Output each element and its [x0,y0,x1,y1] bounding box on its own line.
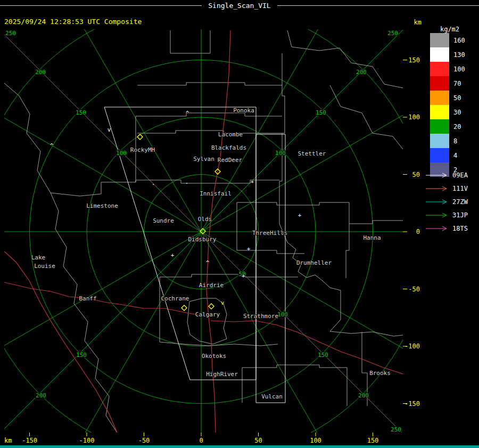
county-boundary-line [4,83,51,193]
range-label: 200 [356,69,367,76]
azimuth-line [0,13,201,232]
county-boundary-line [349,221,403,224]
range-label: 100 [277,311,288,318]
y-tick-label: 50 [412,171,420,178]
y-tick-label: -50 [408,286,420,293]
azimuth-line [47,232,201,448]
range-label: 200 [35,69,46,76]
scan-sector-outline [256,134,285,403]
range-label: 250 [387,30,398,37]
range-label: 100 [116,150,127,157]
city-label: Louise [34,263,55,270]
radar-id-label: 111V [452,185,468,192]
point-marker: ^ [186,110,189,117]
y-tick-label: -100 [404,343,420,350]
radar-site-marker [209,304,214,309]
colorbar-entry: 100 [430,62,465,76]
colorbar-entry: 130 [430,47,465,62]
azimuth-line [0,232,201,448]
city-label: Strathmore [243,313,278,320]
point-marker: · [152,181,155,188]
x-tick-label: 100 [310,437,321,444]
point-marker: + [298,212,302,219]
point-marker: + [242,273,245,280]
city-label: RockyMH [130,146,155,153]
azimuth-line [201,13,419,232]
county-boundary-line [330,331,403,336]
x-tick-label: 0 [199,437,203,444]
colorbar-swatch [430,119,449,134]
colorbar-value: 130 [453,51,465,59]
colorbar-entry: 20 [430,119,465,134]
point-marker: * [251,180,254,186]
city-label: Sylvan [193,156,214,162]
colorbar-entry: 30 [430,105,465,119]
radar-legend-row: 111V [425,182,468,195]
point-marker: + [247,246,251,252]
radar-arrow-icon [425,212,449,218]
x-tick-label: -50 [138,437,150,444]
legend-panel: kg/m2 16013010070503020842 09EA111V27ZW3… [420,12,479,445]
map-canvas: 1001502002501001502002505010015020025015… [0,0,479,448]
colorbar-value: 50 [453,94,461,102]
city-label: Blackfalds [211,144,246,151]
county-boundary-line [170,30,210,53]
x-tick-label: -100 [79,437,95,444]
highway-line [4,251,117,433]
radar-id-label: 18TS [452,225,468,232]
colorbar-title: kg/m2 [420,26,479,33]
colorbar-value: 8 [453,137,457,145]
range-label: 150 [318,352,328,359]
range-label: 150 [316,109,326,116]
city-label: ThreeHills [252,230,287,237]
radar-legend-row: 18TS [425,222,468,235]
colorbar-value: 30 [453,109,461,116]
city-label: Hanna [363,234,381,241]
colorbar-swatch [430,76,449,91]
x-tick-label: 50 [254,437,262,444]
range-ring [0,0,479,448]
city-label: Innisfail [200,190,232,197]
colorbar-swatch [430,62,449,76]
county-boundary-line [136,113,282,116]
point-marker: ^ [50,142,54,149]
range-label: 250 [391,426,401,433]
radar-arrow-icon [425,199,449,205]
colorbar-value: 70 [453,80,461,87]
city-label: Brooks [369,370,391,377]
city-label: Banff [79,295,96,302]
city-label: Vulcan [261,393,283,400]
colorbar-value: 20 [453,123,461,131]
colorbar-swatch [430,134,449,148]
range-label: 250 [5,30,16,37]
radar-id-label: 27ZW [452,198,468,206]
colorbar-swatch [430,105,449,119]
range-label: 100 [275,150,286,157]
colorbar-swatch [430,148,449,162]
colorbar-swatch [430,33,449,47]
county-boundary-line [242,365,347,406]
radar-map: 1001502002501001502002505010015020025015… [0,0,479,448]
city-label: Stettler [298,150,326,157]
county-boundary-line [287,30,403,88]
county-boundary-line [137,131,282,133]
county-boundary-line [330,85,403,149]
radar-legend-row: 27ZW [425,195,468,208]
city-label: Drumheller [296,259,332,266]
colorbar-entry: 160 [430,33,465,47]
range-label: 150 [76,352,87,359]
y-tick-label: 0 [416,228,420,235]
radar-arrow-icon [425,185,449,192]
county-boundary-line [346,202,349,278]
radar-legend-row: 09EA [425,168,468,182]
radar-legend-row: 31JP [425,208,468,222]
range-label: 150 [76,109,86,116]
point-marker: ^ [206,259,210,266]
city-label: Cochrane [161,295,189,302]
city-label: HighRiver [206,371,238,378]
colorbar-value: 4 [453,152,457,159]
bottom-teal-bar [0,445,479,448]
city-label: Didsbury [188,236,217,243]
x-tick-label: -150 [22,437,37,444]
city-label: Limestone [86,202,118,209]
